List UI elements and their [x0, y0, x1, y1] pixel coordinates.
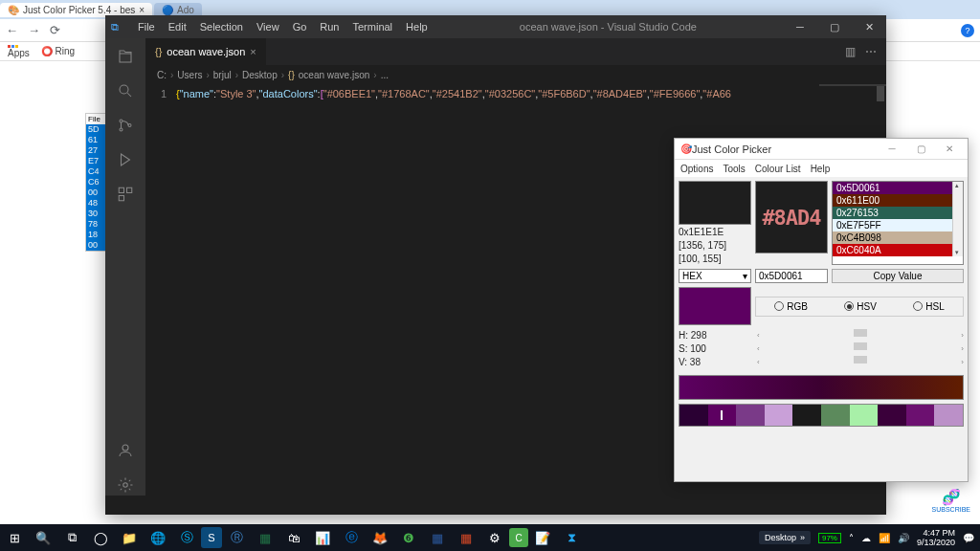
run-debug-icon[interactable]: [115, 149, 136, 170]
hex-value-input[interactable]: 0x5D0061: [755, 269, 828, 283]
menu-selection[interactable]: Selection: [194, 19, 249, 34]
volume-icon[interactable]: 🔊: [898, 533, 909, 543]
powerbi-icon[interactable]: 📊: [308, 524, 337, 551]
dragon-icon[interactable]: ❻: [394, 524, 423, 551]
radio-rgb[interactable]: RGB: [774, 301, 808, 312]
apps-button[interactable]: Apps: [8, 45, 30, 58]
palette-swatch[interactable]: [736, 405, 765, 426]
forward-icon[interactable]: →: [28, 23, 40, 37]
account-icon[interactable]: [115, 440, 136, 461]
color-list-row[interactable]: 0x276153: [833, 207, 952, 219]
desktop-toolbar[interactable]: Desktop »: [759, 531, 811, 544]
subscribe-badge[interactable]: 🧬 SUBSCRIBE: [932, 488, 970, 513]
bookmark-ring[interactable]: ⭕ Ring: [41, 46, 75, 56]
cortana-icon[interactable]: ◯: [86, 524, 115, 551]
palette-swatch[interactable]: [934, 405, 963, 426]
maximize-icon[interactable]: ▢: [817, 15, 852, 38]
menu-file[interactable]: File: [132, 19, 161, 34]
format-select[interactable]: HEX▾: [679, 269, 751, 283]
menu-terminal[interactable]: Terminal: [347, 19, 399, 34]
menu-view[interactable]: View: [251, 19, 285, 34]
palette-swatch[interactable]: [906, 405, 935, 426]
color-list-row[interactable]: 0xC6040A: [833, 244, 952, 256]
system-clock[interactable]: 4:47 PM 9/13/2020: [917, 528, 955, 547]
menu-help[interactable]: Help: [400, 19, 434, 34]
breadcrumb[interactable]: C:› Users› brjul› Desktop› {} ocean wave…: [145, 65, 886, 84]
tray-chevron-icon[interactable]: ˄: [849, 533, 854, 543]
app-r-icon[interactable]: Ⓡ: [222, 524, 251, 551]
editor-tab[interactable]: {} ocean wave.json ×: [145, 38, 266, 65]
list-item[interactable]: 00: [86, 240, 107, 251]
radio-hsv[interactable]: HSV: [844, 301, 877, 312]
list-item[interactable]: 5D: [86, 124, 107, 135]
palette-swatch[interactable]: [821, 405, 850, 426]
close-icon[interactable]: ✕: [937, 143, 962, 154]
close-icon[interactable]: ✕: [852, 15, 886, 38]
radio-hsl[interactable]: HSL: [913, 301, 944, 312]
menu-edit[interactable]: Edit: [163, 19, 192, 34]
menu-options[interactable]: Options: [680, 164, 713, 174]
color-list-row[interactable]: 0x5D0061: [833, 182, 952, 194]
maximize-icon[interactable]: ▢: [908, 143, 933, 154]
scrollbar-thumb[interactable]: [877, 86, 884, 101]
camtasia-icon[interactable]: C: [509, 528, 528, 547]
menu-tools[interactable]: Tools: [723, 164, 745, 174]
list-item[interactable]: 30: [86, 209, 107, 219]
color-list-row[interactable]: 0xC4B098: [833, 231, 952, 244]
explorer-icon[interactable]: [115, 46, 136, 67]
gradient-strip[interactable]: [679, 375, 964, 400]
palette-swatch[interactable]: [708, 405, 737, 426]
list-item[interactable]: 78: [86, 219, 107, 230]
store-icon[interactable]: 🛍: [279, 524, 308, 551]
list-item[interactable]: 48: [86, 198, 107, 209]
chrome-icon[interactable]: 🌐: [144, 524, 172, 551]
list-item[interactable]: 00: [86, 187, 107, 198]
source-control-icon[interactable]: [115, 115, 136, 136]
excel-icon[interactable]: ▦: [251, 524, 279, 551]
extensions-icon[interactable]: [115, 184, 136, 205]
notifications-icon[interactable]: 💬: [963, 533, 974, 543]
powerpoint-icon[interactable]: ▦: [452, 524, 480, 551]
search-icon[interactable]: [115, 80, 136, 101]
list-item[interactable]: 27: [86, 145, 107, 156]
minimize-icon[interactable]: ─: [783, 15, 817, 38]
color-list[interactable]: 0x5D00610x611E000x2761530xE7F5FF0xC4B098…: [832, 181, 964, 265]
color-list-row[interactable]: 0xE7F5FF: [833, 219, 952, 231]
onedrive-icon[interactable]: ☁: [861, 533, 871, 543]
edge-icon[interactable]: ⓔ: [337, 524, 366, 551]
firefox-icon[interactable]: 🦊: [366, 524, 394, 551]
picker-titlebar[interactable]: 🎯 Just Color Picker ─ ▢ ✕: [675, 139, 968, 160]
minimize-icon[interactable]: ─: [880, 143, 904, 154]
list-item[interactable]: E7: [86, 156, 107, 166]
color-list-row[interactable]: 0x611E00: [833, 194, 952, 207]
notepad-icon[interactable]: 📝: [528, 524, 557, 551]
back-icon[interactable]: ←: [6, 23, 18, 37]
snagit-icon[interactable]: S: [201, 527, 222, 548]
list-item[interactable]: 18: [86, 230, 107, 240]
list-item[interactable]: 61: [86, 135, 107, 145]
menu-help[interactable]: Help: [811, 164, 831, 174]
vscode-taskbar-icon[interactable]: ⧗: [557, 524, 586, 551]
copy-value-button[interactable]: Copy Value: [832, 269, 964, 283]
reload-icon[interactable]: ⟳: [50, 23, 60, 37]
h-slider[interactable]: ‹›: [757, 329, 964, 342]
close-icon[interactable]: ×: [139, 5, 145, 15]
code-line[interactable]: {"name":"Style 3","dataColors":["#06BEE1…: [176, 84, 731, 496]
skype-icon[interactable]: Ⓢ: [172, 524, 201, 551]
menu-colour-list[interactable]: Colour List: [755, 164, 801, 174]
explorer-icon[interactable]: 📁: [115, 524, 144, 551]
list-item[interactable]: C4: [86, 166, 107, 177]
menu-go[interactable]: Go: [287, 19, 313, 34]
battery-indicator[interactable]: 97%: [818, 533, 841, 543]
profile-avatar[interactable]: ?: [961, 24, 974, 37]
word-icon[interactable]: ▦: [423, 524, 452, 551]
list-item[interactable]: C6: [86, 177, 107, 187]
close-tab-icon[interactable]: ×: [250, 46, 256, 57]
start-button[interactable]: ⊞: [0, 524, 29, 551]
palette-swatch[interactable]: [792, 405, 821, 426]
network-icon[interactable]: 📶: [879, 533, 890, 543]
more-icon[interactable]: ⋯: [865, 45, 877, 58]
list-scrollbar[interactable]: [952, 182, 963, 256]
settings-icon[interactable]: ⚙: [480, 524, 509, 551]
palette-swatch[interactable]: [679, 405, 708, 426]
